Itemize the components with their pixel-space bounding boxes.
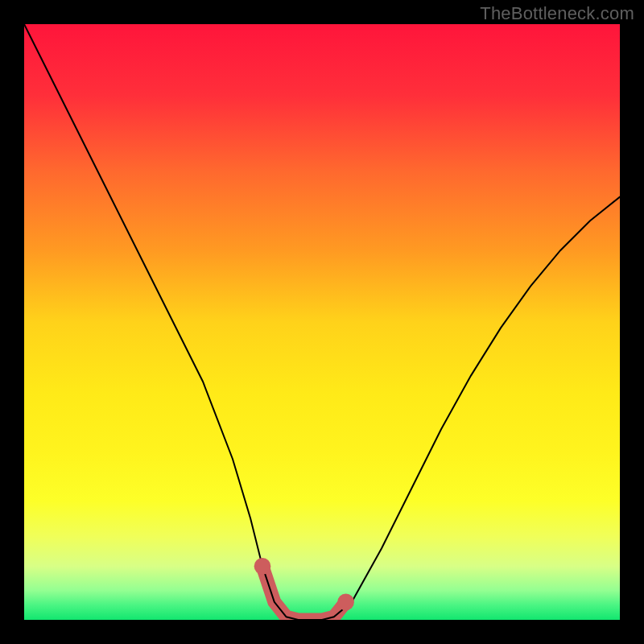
curve-layer (24, 24, 620, 620)
watermark-text: TheBottleneck.com (480, 3, 634, 24)
highlight-dot (337, 593, 354, 610)
highlight-dot (254, 558, 271, 575)
bottleneck-curve (24, 24, 620, 620)
optimal-range-highlight (262, 566, 346, 620)
chart-frame: TheBottleneck.com (0, 0, 644, 644)
plot-area (24, 24, 620, 620)
